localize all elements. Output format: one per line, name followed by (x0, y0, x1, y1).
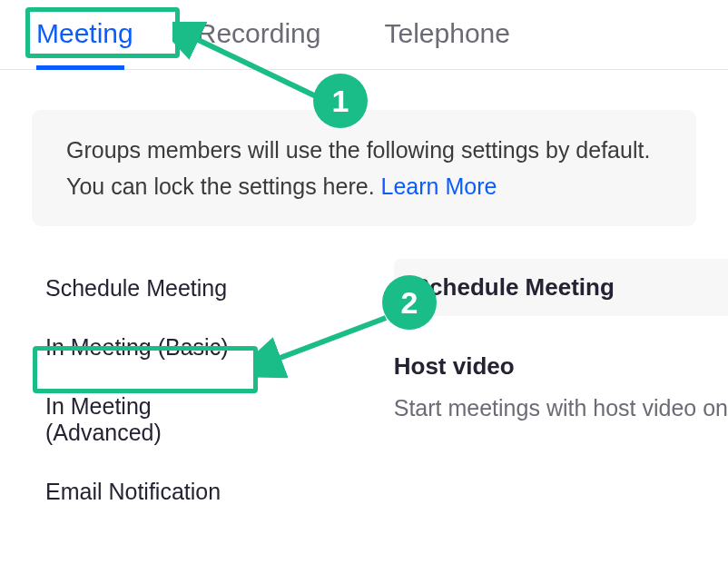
info-banner-text: Groups members will use the following se… (66, 137, 650, 199)
tab-recording[interactable]: Recording (197, 18, 321, 69)
setting-host-video-title: Host video (394, 352, 728, 381)
info-banner: Groups members will use the following se… (32, 110, 696, 226)
settings-main: Schedule Meeting Host video Start meetin… (231, 259, 728, 521)
content-row: Schedule Meeting In Meeting (Basic) In M… (0, 259, 728, 521)
sidebar-item-in-meeting-advanced[interactable]: In Meeting (Advanced) (45, 377, 231, 462)
sidebar-item-email-notification[interactable]: Email Notification (45, 462, 231, 521)
learn-more-link[interactable]: Learn More (381, 173, 497, 199)
sidebar-item-schedule-meeting[interactable]: Schedule Meeting (45, 259, 231, 318)
tab-meeting[interactable]: Meeting (36, 18, 133, 69)
tabs-row: Meeting Recording Telephone (0, 0, 728, 70)
section-header: Schedule Meeting (394, 259, 728, 316)
tab-telephone[interactable]: Telephone (384, 18, 509, 69)
settings-sidebar: Schedule Meeting In Meeting (Basic) In M… (0, 259, 231, 521)
sidebar-item-in-meeting-basic[interactable]: In Meeting (Basic) (45, 318, 231, 377)
setting-host-video-desc: Start meetings with host video on (394, 395, 728, 421)
